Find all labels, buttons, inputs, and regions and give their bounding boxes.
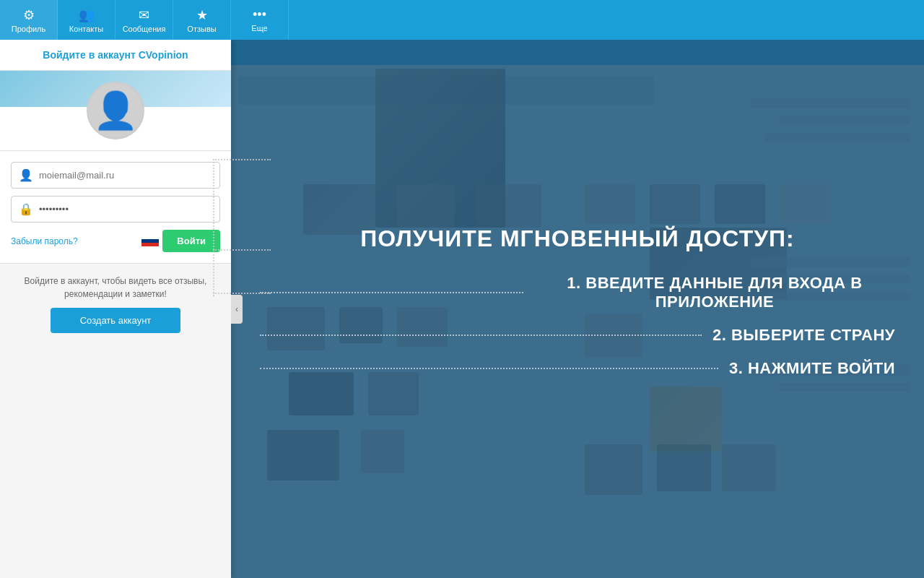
contacts-icon: 👥 <box>79 7 95 23</box>
profile-icon: ⚙ <box>23 7 35 23</box>
dotted-line-bot <box>213 293 271 294</box>
avatar-area: 👤 <box>0 71 231 151</box>
person-icon: 👤 <box>93 92 138 129</box>
top-navigation: ⚙ Профиль 👥 Контакты ✉ Сообщения ★ Отзыв… <box>0 0 924 40</box>
nav-contacts[interactable]: 👥 Контакты <box>58 0 116 40</box>
email-input[interactable] <box>39 170 212 181</box>
reviews-star-icon: ★ <box>196 7 208 23</box>
sidebar-title: Войдите в аккаунт CVopinion <box>43 49 188 61</box>
forgot-password-link[interactable]: Забыли пароль? <box>11 236 78 246</box>
login-form: 👤 🔒 Забыли пароль? Войти <box>0 151 231 264</box>
sidebar-info-text: Войдите в аккаунт, чтобы видеть все отзы… <box>0 264 231 351</box>
email-input-group: 👤 <box>11 162 220 189</box>
login-sidebar: Войдите в аккаунт CVopinion 👤 👤 🔒 Забыли… <box>0 40 231 578</box>
nav-messages[interactable]: ✉ Сообщения <box>116 0 173 40</box>
nav-more[interactable]: ••• Еще <box>231 0 289 40</box>
lock-icon: 🔒 <box>19 202 33 216</box>
overlay-instructions: ПОЛУЧИТЕ МГНОВЕННЫЙ ДОСТУП: 1. ВВЕДИТЕ Д… <box>231 40 924 578</box>
dotted-line-top <box>213 159 271 160</box>
user-icon: 👤 <box>19 168 33 182</box>
avatar: 👤 <box>87 82 144 139</box>
create-account-button[interactable]: Создать аккаунт <box>51 308 180 333</box>
login-button[interactable]: Войти <box>162 230 220 252</box>
login-actions-row: Забыли пароль? Войти <box>11 230 220 252</box>
sidebar-header: Войдите в аккаунт CVopinion <box>0 40 231 71</box>
step-2: 2. ВЫБЕРИТЕ СТРАНУ <box>260 326 895 345</box>
dotted-line-mid <box>213 249 271 251</box>
sidebar-collapse-arrow[interactable]: ‹ <box>231 295 243 324</box>
more-icon: ••• <box>253 7 266 22</box>
step-1: 1. ВВЕДИТЕ ДАННЫЕ ДЛЯ ВХОДА В ПРИЛОЖЕНИЕ <box>260 274 895 311</box>
nav-profile[interactable]: ⚙ Профиль <box>0 0 58 40</box>
nav-reviews[interactable]: ★ Отзывы <box>173 0 231 40</box>
password-input-group: 🔒 <box>11 196 220 223</box>
dotted-separator-1 <box>260 292 523 293</box>
step-3: 3. НАЖМИТЕ ВОЙТИ <box>260 359 895 378</box>
dotted-separator-3 <box>260 368 718 369</box>
messages-icon: ✉ <box>139 7 149 23</box>
dotted-separator-2 <box>260 335 702 336</box>
russia-flag-icon <box>141 236 159 247</box>
overlay-title: ПОЛУЧИТЕ МГНОВЕННЫЙ ДОСТУП: <box>360 225 795 252</box>
password-input[interactable] <box>39 204 212 215</box>
dotted-line-vertical <box>213 159 214 296</box>
